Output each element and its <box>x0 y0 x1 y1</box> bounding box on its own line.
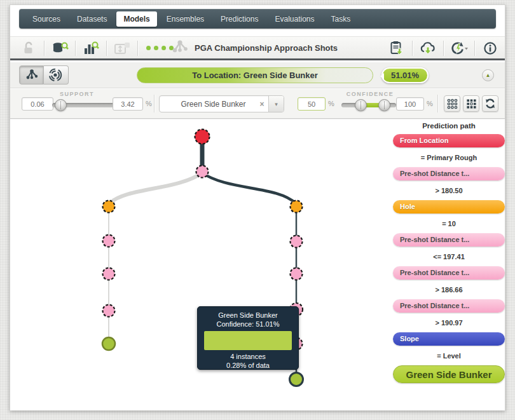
confidence-max-unit: % <box>427 100 433 107</box>
summary-search-icon[interactable] <box>81 39 100 58</box>
path-field-preshot-distance[interactable]: Pre-shot Distance t... <box>393 167 505 180</box>
path-field-preshot-distance[interactable]: Pre-shot Distance t... <box>393 266 505 280</box>
tree-node[interactable] <box>291 201 303 213</box>
confidence-slider-handle-high[interactable] <box>378 99 390 111</box>
confidence-slider-handle-low[interactable] <box>355 99 367 111</box>
lock-open-icon[interactable] <box>19 39 38 58</box>
tooltip-instances: 4 instances <box>198 353 298 360</box>
chevron-down-icon[interactable]: ▾ <box>268 96 284 112</box>
sunburst-view-button[interactable] <box>44 65 69 85</box>
sunburst-grid-button[interactable] <box>444 95 460 112</box>
tree-node[interactable] <box>103 235 115 247</box>
nav-tab-datasets[interactable]: Datasets <box>70 11 114 27</box>
collapse-arrow-icon: ▲ <box>486 73 491 78</box>
path-operator: > 186.66 <box>393 286 505 294</box>
tree-node[interactable] <box>103 268 115 280</box>
view-bar: To Location: Green Side Bunker 51.01% ▲ <box>10 62 505 88</box>
collapse-panel-button[interactable]: ▲ <box>482 69 494 81</box>
top-nav: Sources Datasets Models Ensembles Predic… <box>19 9 496 29</box>
class-filter-value: Green Side Bunker <box>160 100 256 109</box>
divider <box>75 41 76 56</box>
path-operator: <= 197.41 <box>393 253 505 261</box>
clear-filter-icon[interactable]: × <box>256 100 268 109</box>
edge-right-branch <box>202 173 296 203</box>
path-prediction-result: Green Side Bunker <box>393 365 505 383</box>
divider <box>154 95 154 112</box>
prediction-path-title: Prediction path <box>393 122 505 130</box>
batch-prediction-icon[interactable] <box>387 39 406 58</box>
support-slider-handle[interactable] <box>55 99 67 111</box>
divider <box>443 41 444 56</box>
path-field-preshot-distance[interactable]: Pre-shot Distance t... <box>393 233 505 247</box>
confidence-badge: 51.01% <box>381 67 429 83</box>
confidence-min-input[interactable] <box>298 97 326 111</box>
tree-node[interactable] <box>103 305 115 317</box>
tooltip-confidence-bar <box>204 331 292 350</box>
support-min-input[interactable] <box>22 97 53 111</box>
nav-tab-sources[interactable]: Sources <box>25 11 67 27</box>
tree-node[interactable] <box>291 268 303 280</box>
tree-leaf-node[interactable] <box>102 337 115 350</box>
support-max-unit: % <box>146 100 152 107</box>
nav-tab-evaluations[interactable]: Evaluations <box>268 11 321 27</box>
app-window: Sources Datasets Models Ensembles Predic… <box>10 4 505 410</box>
info-icon[interactable] <box>481 39 500 58</box>
filter-bar: SUPPORT % % Green Side Bunker × ▾ CONFID… <box>10 89 505 119</box>
prediction-output-bar: To Location: Green Side Bunker <box>137 67 373 83</box>
tooltip-coverage: 0.28% of data <box>198 362 298 369</box>
tree-node[interactable] <box>103 201 115 213</box>
tooltip-class: Green Side Bunker <box>198 311 298 319</box>
tree-node-root[interactable] <box>195 130 210 144</box>
path-field-from-location[interactable]: From Location <box>393 134 505 147</box>
model-toolbar: PGA Championship Approach Shots <box>10 36 505 60</box>
tree-node[interactable] <box>196 166 209 178</box>
path-field-hole[interactable]: Hole <box>393 200 505 213</box>
divider <box>437 95 438 112</box>
divider <box>137 41 138 56</box>
class-filter-select[interactable]: Green Side Bunker × ▾ <box>159 95 284 112</box>
support-max-input[interactable] <box>113 97 143 111</box>
nav-tab-tasks[interactable]: Tasks <box>324 11 358 27</box>
model-tree-glyph-icon <box>170 39 189 58</box>
download-actionable-icon[interactable] <box>418 39 437 58</box>
view-switcher <box>19 65 69 85</box>
scripts-refresh-icon[interactable] <box>450 39 469 58</box>
page-title: PGA Championship Approach Shots <box>195 43 338 53</box>
confidence-label: CONFIDENCE <box>334 91 406 97</box>
node-tooltip: Green Side Bunker Confidence: 51.01% 4 i… <box>197 306 299 370</box>
path-operator: = Level <box>393 352 505 360</box>
edge-left-branch <box>109 173 202 203</box>
nav-tab-predictions[interactable]: Predictions <box>214 11 265 27</box>
reset-view-button[interactable] <box>482 95 498 112</box>
divider <box>106 41 107 56</box>
export-disabled-icon <box>113 39 132 58</box>
path-field-preshot-distance[interactable]: Pre-shot Distance t... <box>393 299 505 313</box>
confidence-min-unit: % <box>328 100 334 107</box>
dataset-search-icon[interactable] <box>50 39 69 58</box>
divider <box>44 41 45 56</box>
path-operator: = Primary Rough <box>393 154 505 161</box>
divider <box>474 41 475 56</box>
path-operator: > 190.97 <box>393 319 505 327</box>
divider <box>412 41 413 56</box>
path-field-slope[interactable]: Slope <box>393 332 505 346</box>
support-label: SUPPORT <box>42 91 112 97</box>
nav-tab-models[interactable]: Models <box>116 11 156 27</box>
tooltip-confidence: Confidence: 51.01% <box>198 320 298 328</box>
tree-view-button[interactable] <box>19 65 44 85</box>
path-operator: = 10 <box>393 220 505 227</box>
prediction-path-panel: Prediction path From Location = Primary … <box>393 122 505 383</box>
confidence-max-input[interactable] <box>396 97 424 111</box>
tree-grid-button[interactable] <box>463 95 479 112</box>
tree-node[interactable] <box>291 236 303 248</box>
nav-tab-ensembles[interactable]: Ensembles <box>160 11 211 27</box>
tree-leaf-node-selected[interactable] <box>290 373 303 386</box>
path-operator: > 180.50 <box>393 187 505 194</box>
tree-canvas: Green Side Bunker Confidence: 51.01% 4 i… <box>10 119 505 410</box>
